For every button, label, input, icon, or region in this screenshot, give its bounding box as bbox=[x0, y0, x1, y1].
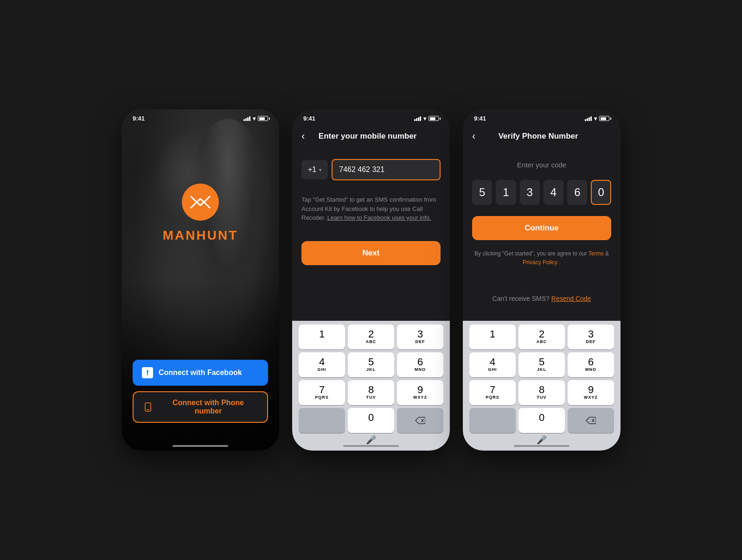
country-code-value: +1 bbox=[308, 165, 316, 174]
keyboard-row-v1: 1 2 ABC 3 DEF bbox=[465, 325, 619, 350]
time-display-3: 9:41 bbox=[474, 115, 486, 122]
code-boxes: 5 1 3 4 6 0 bbox=[472, 180, 611, 205]
wifi-icon: ▾ bbox=[253, 115, 256, 122]
key-2[interactable]: 2 ABC bbox=[348, 325, 394, 350]
keyboard-row-2: 4 GHI 5 JKL 6 MNO bbox=[294, 352, 448, 377]
wifi-icon-2: ▾ bbox=[423, 115, 426, 122]
screen-title-number: Enter your mobile number bbox=[307, 132, 429, 141]
status-bar-landing: 9:41 ▾ bbox=[122, 109, 279, 125]
key-7[interactable]: 7 PQRS bbox=[299, 380, 345, 405]
back-button-verify[interactable]: ‹ bbox=[470, 128, 477, 144]
key-v5[interactable]: 5 JKL bbox=[518, 352, 565, 377]
mic-icon-verify[interactable]: 🎤 bbox=[537, 435, 547, 445]
signal-icon-3 bbox=[585, 116, 592, 121]
continue-button[interactable]: Continue bbox=[472, 216, 611, 240]
phone-landing: 9:41 ▾ bbox=[122, 109, 279, 451]
chevron-down-icon: ▾ bbox=[319, 167, 321, 172]
terms-text: By clicking "Get started", you are agree… bbox=[472, 249, 611, 267]
key-delete[interactable] bbox=[397, 408, 443, 433]
key-v4[interactable]: 4 GHI bbox=[469, 352, 516, 377]
mic-icon[interactable]: 🎤 bbox=[366, 435, 376, 445]
svg-rect-1 bbox=[147, 409, 149, 410]
terms-link[interactable]: Terms bbox=[588, 250, 604, 257]
keyboard-row-4: 0 bbox=[294, 408, 448, 433]
connect-phone-button[interactable]: Connect with Phone number bbox=[133, 391, 268, 423]
keyboard-row-1: 1 2 ABC 3 DEF bbox=[294, 325, 448, 350]
key-v0[interactable]: 0 bbox=[518, 408, 565, 433]
connect-facebook-label: Connect with Facebook bbox=[159, 369, 242, 377]
phone-number-field[interactable] bbox=[332, 159, 441, 180]
number-input-area: +1 ▾ bbox=[292, 152, 450, 188]
code-box-1[interactable]: 1 bbox=[496, 180, 516, 205]
resend-code-link[interactable]: Resend Code bbox=[551, 295, 591, 302]
key-v-delete[interactable] bbox=[568, 408, 614, 433]
keyboard-verify: 1 2 ABC 3 DEF 4 GHI bbox=[463, 321, 620, 451]
key-v7[interactable]: 7 PQRS bbox=[469, 380, 516, 405]
time-display: 9:41 bbox=[133, 115, 145, 122]
key-6[interactable]: 6 MNO bbox=[397, 352, 443, 377]
next-button[interactable]: Next bbox=[301, 241, 441, 265]
key-5[interactable]: 5 JKL bbox=[348, 352, 394, 377]
phone-icon bbox=[143, 402, 153, 412]
status-icons: ▾ bbox=[243, 115, 268, 122]
key-v8[interactable]: 8 TUV bbox=[518, 380, 565, 405]
screen-title-verify: Verify Phone Number bbox=[477, 132, 599, 141]
code-box-2[interactable]: 3 bbox=[520, 180, 540, 205]
brand-name: MANHUNT bbox=[163, 228, 238, 243]
code-box-4[interactable]: 6 bbox=[567, 180, 587, 205]
country-code-selector[interactable]: +1 ▾ bbox=[301, 160, 328, 179]
keyboard-number: 1 2 ABC 3 DEF 4 GHI bbox=[292, 321, 450, 451]
status-bar-number: 9:41 ▾ bbox=[292, 109, 450, 125]
signal-icon bbox=[243, 116, 250, 121]
key-special-left bbox=[299, 408, 345, 433]
key-v2[interactable]: 2 ABC bbox=[518, 325, 565, 350]
status-icons-3: ▾ bbox=[585, 115, 609, 122]
battery-icon-2 bbox=[429, 116, 439, 121]
keyboard-row-v4: 0 bbox=[465, 408, 619, 433]
key-4[interactable]: 4 GHI bbox=[299, 352, 345, 377]
battery-icon-3 bbox=[599, 116, 609, 121]
code-box-5[interactable]: 0 bbox=[591, 180, 611, 205]
wifi-icon-3: ▾ bbox=[594, 115, 597, 122]
key-0[interactable]: 0 bbox=[348, 408, 394, 433]
signal-icon-2 bbox=[414, 116, 421, 121]
connect-phone-label: Connect with Phone number bbox=[159, 399, 258, 415]
back-button-number[interactable]: ‹ bbox=[300, 128, 307, 144]
keyboard-row-v2: 4 GHI 5 JKL 6 MNO bbox=[465, 352, 619, 377]
verify-content: Enter your code 5 1 3 4 bbox=[463, 152, 620, 312]
keyboard-row-3: 7 PQRS 8 TUV 9 WXYZ bbox=[294, 380, 448, 405]
key-v9[interactable]: 9 WXYZ bbox=[568, 380, 614, 405]
landing-buttons: f Connect with Facebook Connect with Pho… bbox=[133, 360, 268, 423]
code-box-0[interactable]: 5 bbox=[472, 180, 492, 205]
key-v-special-left bbox=[469, 408, 516, 433]
battery-icon bbox=[258, 116, 268, 121]
brand-logo-svg bbox=[190, 195, 211, 209]
key-8[interactable]: 8 TUV bbox=[348, 380, 394, 405]
facebook-icon: f bbox=[142, 367, 153, 378]
key-3[interactable]: 3 DEF bbox=[397, 325, 443, 350]
facebook-info-link[interactable]: Learn how to Facebook uses your info. bbox=[327, 214, 431, 221]
time-display-2: 9:41 bbox=[303, 115, 315, 122]
code-box-3[interactable]: 4 bbox=[544, 180, 563, 205]
status-icons-2: ▾ bbox=[414, 115, 439, 122]
phone-number-entry: 9:41 ▾ ‹ Enter your mobile number bbox=[292, 109, 450, 451]
screens-container: 9:41 ▾ bbox=[122, 109, 620, 451]
key-v1[interactable]: 1 bbox=[469, 325, 516, 350]
sms-resend: Can't receive SMS? Resend Code bbox=[472, 295, 611, 302]
home-indicator-3 bbox=[514, 445, 569, 447]
brand-logo bbox=[182, 184, 219, 221]
key-v6[interactable]: 6 MNO bbox=[568, 352, 614, 377]
nav-header-number: ‹ Enter your mobile number bbox=[292, 125, 450, 152]
nav-header-verify: ‹ Verify Phone Number bbox=[463, 125, 620, 152]
status-bar-verify: 9:41 ▾ bbox=[463, 109, 620, 125]
connect-facebook-button[interactable]: f Connect with Facebook bbox=[133, 360, 268, 386]
phone-verify: 9:41 ▾ ‹ Verify Phone Number bbox=[463, 109, 620, 451]
key-1[interactable]: 1 bbox=[299, 325, 345, 350]
home-indicator-2 bbox=[343, 445, 399, 447]
key-v3[interactable]: 3 DEF bbox=[568, 325, 614, 350]
key-9[interactable]: 9 WXYZ bbox=[397, 380, 443, 405]
verify-subtitle: Enter your code bbox=[472, 161, 611, 169]
keyboard-row-v3: 7 PQRS 8 TUV 9 WXYZ bbox=[465, 380, 619, 405]
sms-notice: Tap "Get Started" to get an SMS confirma… bbox=[292, 188, 450, 230]
privacy-link[interactable]: Privacy Policy bbox=[523, 259, 557, 266]
